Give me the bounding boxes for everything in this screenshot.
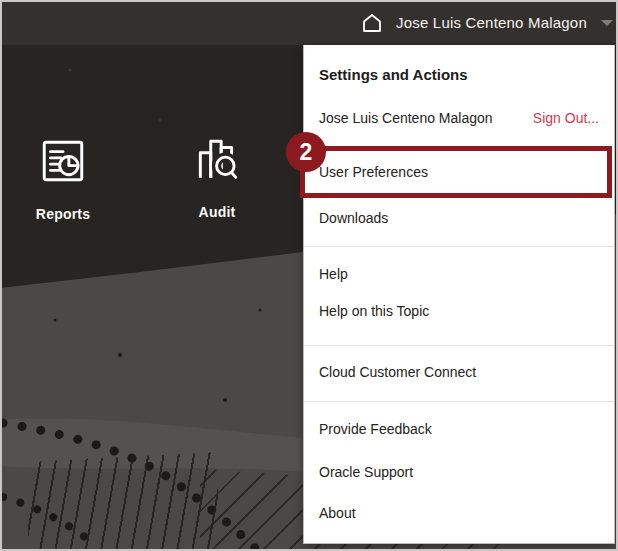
tile-label: Audit: [182, 204, 252, 220]
menu-item-help-on-this-topic[interactable]: Help on this Topic: [319, 302, 604, 320]
menu-item-help[interactable]: Help: [319, 265, 604, 283]
tile-label: Reports: [28, 206, 98, 222]
tile-reports[interactable]: Reports: [28, 136, 98, 222]
menu-divider: [304, 345, 614, 346]
menu-item-user-preferences[interactable]: User Preferences: [319, 163, 604, 181]
menu-user-name: Jose Luis Centeno Malagon: [319, 109, 493, 127]
reports-icon: [28, 136, 98, 186]
menu-item-oracle-support[interactable]: Oracle Support: [319, 463, 604, 481]
menu-header: Settings and Actions: [319, 66, 468, 84]
home-button[interactable]: [360, 11, 384, 35]
menu-divider: [304, 246, 614, 247]
audit-icon: [182, 134, 252, 184]
chevron-down-icon: [601, 20, 613, 26]
menu-item-provide-feedback[interactable]: Provide Feedback: [319, 420, 604, 438]
menu-item-cloud-customer-connect[interactable]: Cloud Customer Connect: [319, 363, 604, 381]
menu-divider: [304, 401, 614, 402]
home-icon: [360, 21, 384, 38]
topbar-user-name: Jose Luis Centeno Malagon: [396, 14, 587, 31]
sign-out-link[interactable]: Sign Out...: [533, 109, 599, 127]
menu-item-about[interactable]: About: [319, 504, 604, 522]
user-menu-trigger[interactable]: Jose Luis Centeno Malagon: [396, 0, 618, 45]
tile-audit[interactable]: Audit: [182, 134, 252, 220]
menu-item-downloads[interactable]: Downloads: [319, 209, 604, 227]
top-bar: Jose Luis Centeno Malagon: [0, 0, 618, 45]
settings-and-actions-menu: Settings and Actions Jose Luis Centeno M…: [303, 45, 615, 544]
